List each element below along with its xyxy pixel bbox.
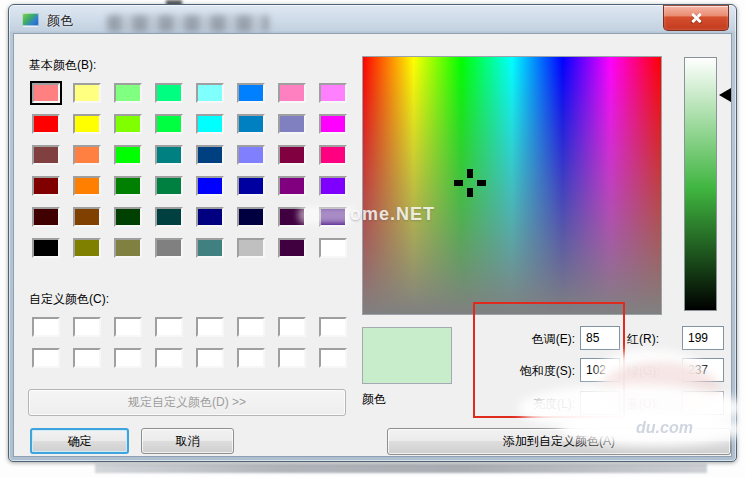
screenshot-canvas: 颜色 基本颜色(B): 自定义颜色(C): 规定自定义颜色(D) >> 确定 取… — [0, 0, 745, 477]
basic-color-swatch[interactable] — [114, 114, 142, 134]
basic-color-swatch[interactable] — [237, 83, 265, 103]
basic-color-swatch[interactable] — [196, 114, 224, 134]
basic-color-swatch[interactable] — [196, 176, 224, 196]
basic-color-swatch[interactable] — [278, 145, 306, 165]
basic-color-swatch[interactable] — [114, 207, 142, 227]
basic-color-swatch[interactable] — [319, 238, 347, 258]
crosshair-icon — [454, 180, 463, 186]
custom-color-swatch[interactable] — [114, 348, 142, 368]
basic-color-swatch[interactable] — [278, 114, 306, 134]
custom-color-swatch[interactable] — [278, 317, 306, 337]
basic-color-swatch[interactable] — [32, 176, 60, 196]
basic-color-swatch[interactable] — [73, 176, 101, 196]
custom-color-swatch[interactable] — [32, 317, 60, 337]
custom-color-swatch[interactable] — [237, 348, 265, 368]
crosshair-icon — [467, 169, 473, 178]
basic-color-swatch[interactable] — [237, 238, 265, 258]
cancel-button[interactable]: 取消 — [141, 428, 234, 454]
basic-color-swatch[interactable] — [319, 145, 347, 165]
basic-color-swatch[interactable] — [196, 145, 224, 165]
custom-color-swatch[interactable] — [73, 317, 101, 337]
preview-label: 颜色 — [362, 391, 386, 408]
basic-color-swatch[interactable] — [32, 238, 60, 258]
basic-color-swatch[interactable] — [196, 83, 224, 103]
luminance-slider-arrow-icon[interactable] — [719, 88, 731, 102]
custom-color-swatch[interactable] — [32, 348, 60, 368]
watermark-blur-prefix — [298, 206, 356, 224]
crosshair-icon — [467, 188, 473, 197]
basic-color-swatch[interactable] — [155, 83, 183, 103]
basic-color-swatch[interactable] — [32, 83, 60, 103]
basic-color-swatch[interactable] — [73, 207, 101, 227]
basic-color-swatch[interactable] — [155, 114, 183, 134]
crosshair-icon — [477, 180, 486, 186]
basic-color-swatch[interactable] — [114, 145, 142, 165]
basic-color-swatch[interactable] — [32, 207, 60, 227]
luminance-slider[interactable] — [684, 57, 717, 311]
basic-color-swatch[interactable] — [155, 145, 183, 165]
close-icon — [689, 11, 703, 25]
basic-color-swatch[interactable] — [237, 207, 265, 227]
basic-color-swatch[interactable] — [73, 145, 101, 165]
basic-color-swatch[interactable] — [114, 83, 142, 103]
title-bar[interactable]: 颜色 — [9, 5, 736, 33]
basic-color-swatch[interactable] — [73, 83, 101, 103]
background-band — [95, 464, 707, 473]
basic-color-swatch[interactable] — [114, 176, 142, 196]
custom-colors-label: 自定义颜色(C): — [29, 291, 109, 308]
custom-color-swatch[interactable] — [155, 348, 183, 368]
red-input[interactable] — [682, 326, 724, 350]
custom-color-swatch[interactable] — [319, 348, 347, 368]
window-title: 颜色 — [47, 12, 73, 30]
title-redaction-blur — [107, 15, 269, 32]
basic-color-swatch[interactable] — [114, 238, 142, 258]
custom-color-swatch[interactable] — [114, 317, 142, 337]
basic-color-swatch[interactable] — [73, 114, 101, 134]
basic-color-swatch[interactable] — [319, 114, 347, 134]
red-label: 红(R): — [627, 331, 675, 348]
basic-color-swatch[interactable] — [319, 176, 347, 196]
custom-color-swatch[interactable] — [196, 317, 224, 337]
basic-color-swatch[interactable] — [155, 238, 183, 258]
basic-color-grid — [32, 83, 347, 258]
custom-color-swatch[interactable] — [196, 348, 224, 368]
basic-color-swatch[interactable] — [32, 145, 60, 165]
basic-color-swatch[interactable] — [278, 238, 306, 258]
custom-color-swatch[interactable] — [319, 317, 347, 337]
basic-color-swatch[interactable] — [237, 114, 265, 134]
hue-saturation-field[interactable] — [362, 56, 662, 315]
basic-color-swatch[interactable] — [32, 114, 60, 134]
color-preview-swatch — [362, 327, 452, 384]
basic-color-swatch[interactable] — [237, 145, 265, 165]
app-icon — [22, 13, 39, 26]
basic-colors-label: 基本颜色(B): — [29, 57, 96, 74]
ok-button[interactable]: 确定 — [30, 428, 129, 454]
basic-color-swatch[interactable] — [278, 83, 306, 103]
basic-color-swatch[interactable] — [237, 176, 265, 196]
custom-color-swatch[interactable] — [73, 348, 101, 368]
basic-color-swatch[interactable] — [73, 238, 101, 258]
custom-color-swatch[interactable] — [237, 317, 265, 337]
basic-color-swatch[interactable] — [155, 207, 183, 227]
custom-color-swatch[interactable] — [278, 348, 306, 368]
close-button[interactable] — [663, 5, 729, 31]
basic-color-swatch[interactable] — [196, 207, 224, 227]
watermark-corner-text: du.com — [636, 419, 693, 437]
define-custom-colors-button[interactable]: 规定自定义颜色(D) >> — [28, 389, 346, 416]
watermark-text: ome.NET — [350, 204, 435, 225]
custom-color-grid — [32, 317, 347, 368]
basic-color-swatch[interactable] — [319, 83, 347, 103]
basic-color-swatch[interactable] — [278, 176, 306, 196]
custom-color-swatch[interactable] — [155, 317, 183, 337]
basic-color-swatch[interactable] — [155, 176, 183, 196]
basic-color-swatch[interactable] — [196, 238, 224, 258]
